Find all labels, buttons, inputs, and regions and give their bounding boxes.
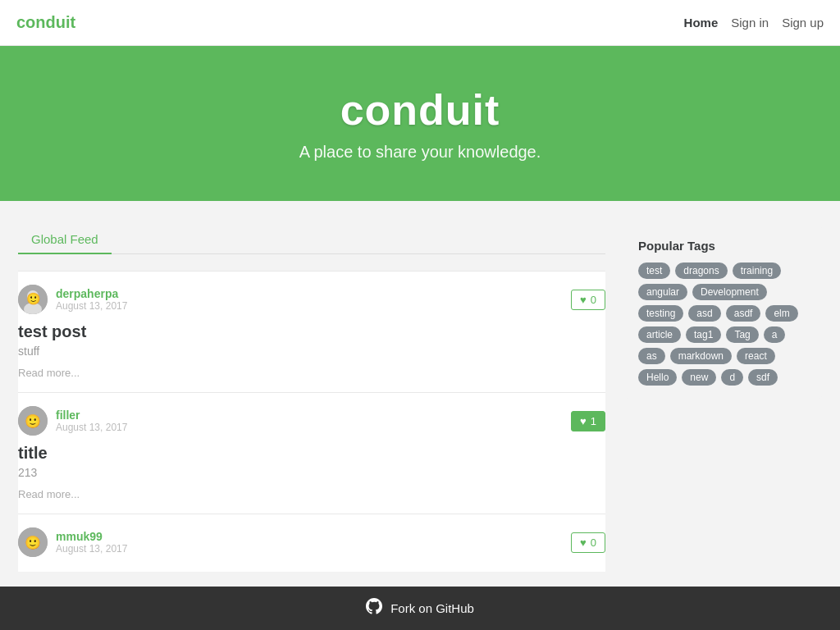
footer-link[interactable]: Fork on GitHub [390,601,474,615]
article-description: 213 [18,466,605,479]
tag-pill[interactable]: article [638,326,681,343]
tag-pill[interactable]: markdown [670,348,732,364]
article-card: 🙂 filler August 13, 2017 ♥ 1 title 213 R… [18,392,605,514]
author-details: filler August 13, 2017 [56,409,127,433]
article-description: stuff [18,345,605,358]
tab-global-feed[interactable]: Global Feed [18,226,112,254]
nav-signin[interactable]: Sign in [731,16,769,30]
like-button[interactable]: ♥ 0 [571,532,605,553]
tag-pill[interactable]: asd [688,305,720,322]
feed-tabs: Global Feed [18,226,605,254]
like-count: 0 [591,536,596,549]
github-icon [366,598,382,619]
read-more-link[interactable]: Read more... [18,367,80,379]
author-name[interactable]: derpaherpa [56,287,127,300]
like-count: 1 [591,415,596,427]
heart-icon: ♥ [580,415,587,427]
tag-pill[interactable]: as [638,348,665,364]
author-info: 🙂 filler August 13, 2017 [18,406,127,436]
author-name[interactable]: mmuk99 [56,530,127,543]
popular-tags-box: Popular Tags testdragonstrainingangularD… [625,226,822,399]
tag-pill[interactable]: elm [765,305,797,322]
svg-text:🙂: 🙂 [26,292,41,306]
main-container: Global Feed 🙂 derpaherpa [6,201,834,621]
author-details: mmuk99 August 13, 2017 [56,530,127,555]
feed-section: Global Feed 🙂 derpaherpa [18,226,605,572]
tag-pill[interactable]: react [737,348,775,364]
brand-logo[interactable]: conduit [16,13,75,32]
tag-pill[interactable]: Tag [726,326,758,343]
tag-pill[interactable]: sdf [748,369,778,386]
author-name[interactable]: filler [56,409,127,422]
tag-pill[interactable]: test [638,262,670,279]
tag-pill[interactable]: training [733,262,781,279]
author-info: 🙂 mmuk99 August 13, 2017 [18,527,127,557]
article-title: test post [18,322,605,341]
avatar: 🙂 [18,527,48,557]
heart-icon: ♥ [580,536,587,549]
like-count: 0 [591,294,596,306]
hero-banner: conduit A place to share your knowledge. [0,46,840,201]
tag-pill[interactable]: tag1 [686,326,721,343]
like-button[interactable]: ♥ 0 [571,290,605,310]
svg-text:🙂: 🙂 [25,535,41,550]
nav-links: Home Sign in Sign up [684,16,824,30]
article-title: title [18,444,605,463]
tag-pill[interactable]: a [764,326,786,343]
tag-pill[interactable]: testing [638,305,683,322]
article-card: 🙂 derpaherpa August 13, 2017 ♥ 0 test po… [18,271,605,392]
article-date: August 13, 2017 [56,300,127,312]
tag-pill[interactable]: Hello [638,369,677,386]
author-info: 🙂 derpaherpa August 13, 2017 [18,285,127,314]
tag-pill[interactable]: angular [638,284,687,300]
article-meta: 🙂 derpaherpa August 13, 2017 ♥ 0 [18,285,605,314]
nav-home[interactable]: Home [684,16,719,30]
tag-pill[interactable]: dragons [675,262,727,279]
read-more-link[interactable]: Read more... [18,488,80,500]
tag-pill[interactable]: d [721,369,743,386]
author-details: derpaherpa August 13, 2017 [56,287,127,312]
heart-icon: ♥ [580,294,587,306]
article-meta: 🙂 filler August 13, 2017 ♥ 1 [18,406,605,436]
popular-tags-title: Popular Tags [638,239,809,253]
banner-title: conduit [16,85,824,135]
footer: Fork on GitHub [0,587,840,621]
tag-pill[interactable]: Development [692,284,767,300]
avatar: 🙂 [18,285,48,314]
article-card: 🙂 mmuk99 August 13, 2017 ♥ 0 [18,514,605,572]
svg-text:🙂: 🙂 [25,413,41,429]
avatar: 🙂 [18,406,48,436]
nav-signup[interactable]: Sign up [782,16,824,30]
article-date: August 13, 2017 [56,422,127,433]
tags-list: testdragonstrainingangularDevelopmenttes… [638,262,809,386]
like-button[interactable]: ♥ 1 [571,411,605,431]
article-meta: 🙂 mmuk99 August 13, 2017 ♥ 0 [18,527,605,557]
article-date: August 13, 2017 [56,543,127,555]
tag-pill[interactable]: asdf [726,305,761,322]
navbar: conduit Home Sign in Sign up [0,0,840,46]
tag-pill[interactable]: new [682,369,716,386]
sidebar: Popular Tags testdragonstrainingangularD… [625,226,822,572]
banner-subtitle: A place to share your knowledge. [16,143,824,162]
